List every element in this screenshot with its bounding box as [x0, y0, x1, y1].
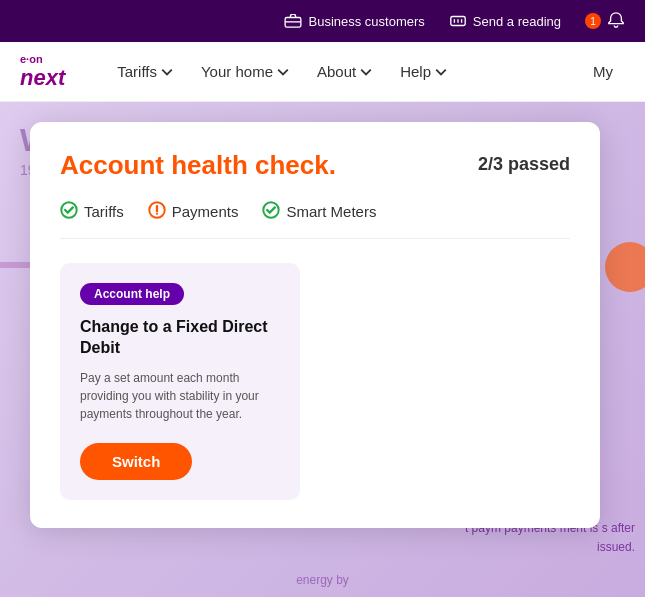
- check-items-row: Tariffs Payments: [60, 201, 570, 239]
- nav-items: Tariffs Your home About Help My: [105, 55, 625, 88]
- account-help-card: Account help Change to a Fixed Direct De…: [60, 263, 300, 500]
- switch-button[interactable]: Switch: [80, 443, 192, 480]
- page-background: We 192 G t paym payments ment is s after…: [0, 102, 645, 597]
- check-payments-label: Payments: [172, 203, 239, 220]
- notifications-link[interactable]: 1: [585, 11, 625, 32]
- meter-icon: [449, 12, 467, 30]
- account-health-check-modal: Account health check. 2/3 passed Tariffs: [30, 122, 600, 528]
- nav-tariffs-label: Tariffs: [117, 63, 157, 80]
- nav-help-label: Help: [400, 63, 431, 80]
- check-tariffs-icon: [60, 201, 78, 222]
- nav-about[interactable]: About: [305, 55, 384, 88]
- chevron-down-icon: [161, 66, 173, 78]
- notification-count: 1: [590, 16, 596, 27]
- top-bar: Business customers Send a reading 1: [0, 0, 645, 42]
- send-reading-label: Send a reading: [473, 14, 561, 29]
- card-description: Pay a set amount each month providing yo…: [80, 369, 280, 423]
- business-customers-label: Business customers: [308, 14, 424, 29]
- check-smart-meters-label: Smart Meters: [286, 203, 376, 220]
- check-payments-item: Payments: [148, 201, 239, 222]
- chevron-down-icon-2: [277, 66, 289, 78]
- card-badge: Account help: [80, 283, 184, 305]
- nav-about-label: About: [317, 63, 356, 80]
- briefcase-icon: [284, 12, 302, 30]
- notification-badge: 1: [585, 13, 601, 29]
- logo[interactable]: e·on next: [20, 53, 65, 91]
- nav-tariffs[interactable]: Tariffs: [105, 55, 185, 88]
- card-title: Change to a Fixed Direct Debit: [80, 317, 280, 359]
- check-tariffs-item: Tariffs: [60, 201, 124, 222]
- check-payments-icon: [148, 201, 166, 222]
- nav-your-home-label: Your home: [201, 63, 273, 80]
- logo-eon-text: e·on: [20, 53, 65, 65]
- nav-bar: e·on next Tariffs Your home About Help: [0, 42, 645, 102]
- svg-point-9: [156, 213, 158, 215]
- nav-your-home[interactable]: Your home: [189, 55, 301, 88]
- check-tariffs-label: Tariffs: [84, 203, 124, 220]
- logo-next-text: next: [20, 65, 65, 91]
- check-smart-meters-icon: [262, 201, 280, 222]
- check-smart-meters-item: Smart Meters: [262, 201, 376, 222]
- bell-icon: [607, 11, 625, 32]
- nav-my-label: My: [593, 63, 613, 80]
- modal-score: 2/3 passed: [478, 154, 570, 175]
- modal-title: Account health check.: [60, 150, 336, 181]
- send-reading-link[interactable]: Send a reading: [449, 12, 561, 30]
- modal-header: Account health check. 2/3 passed: [60, 150, 570, 181]
- chevron-down-icon-3: [360, 66, 372, 78]
- chevron-down-icon-4: [435, 66, 447, 78]
- nav-my[interactable]: My: [581, 55, 625, 88]
- business-customers-link[interactable]: Business customers: [284, 12, 424, 30]
- nav-help[interactable]: Help: [388, 55, 459, 88]
